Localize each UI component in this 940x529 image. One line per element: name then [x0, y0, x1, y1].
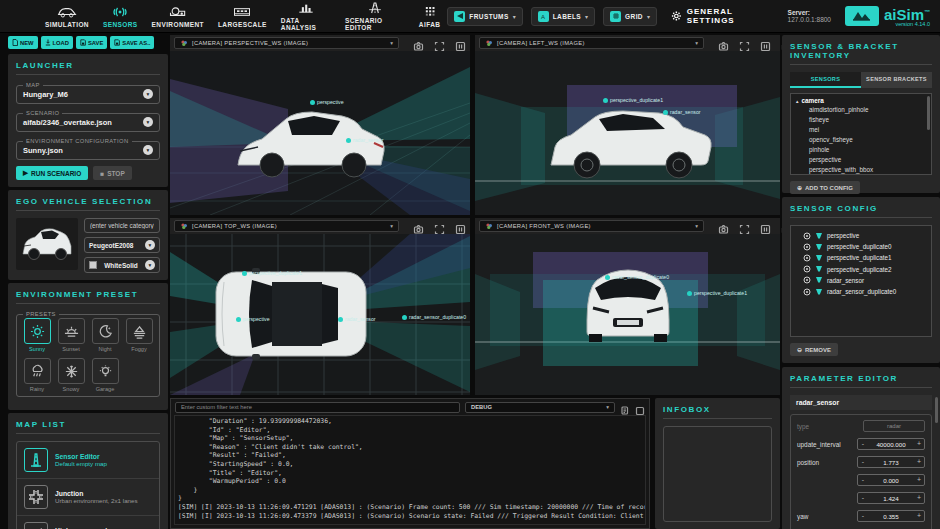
labels-toggle[interactable]: A LABELS ▾ — [531, 7, 595, 26]
screenshot-icon[interactable] — [718, 221, 729, 232]
top-render[interactable]: perspective_duplicate1 perspective radar… — [170, 234, 470, 395]
vehicle-color-select[interactable]: WhiteSolid ▾ — [84, 257, 160, 273]
fullscreen-icon[interactable] — [434, 221, 445, 232]
selected-sensor-header[interactable]: radar_sensor — [790, 395, 932, 410]
rgb-camera-icon — [485, 39, 493, 47]
perspective-render[interactable]: perspective radar_sensor — [170, 51, 470, 215]
pause-icon[interactable] — [760, 38, 771, 49]
nav-aifab[interactable]: AIFAB — [412, 3, 448, 30]
general-settings-button[interactable]: GENERAL SETTINGS — [671, 7, 774, 25]
fullscreen-icon[interactable] — [434, 38, 445, 49]
camera-source-select[interactable]: [CAMERA] FRONT_WS (IMAGE) ▾ — [479, 220, 704, 232]
screenshot-icon[interactable] — [413, 221, 424, 232]
front-render[interactable]: radar_sensor_duplicate0 perspective_dupl… — [475, 234, 780, 395]
highway-curved-map-icon — [24, 522, 48, 529]
tree-item[interactable]: aimdistortion_pinhole — [795, 104, 927, 114]
decrement-button[interactable]: - — [858, 439, 868, 449]
log-output[interactable]: "Duration" : 19.939999984472036, "Id" : … — [174, 415, 646, 525]
nav-environment[interactable]: ENVIRONMENT — [145, 3, 211, 30]
update-interval-stepper[interactable]: - 40000.000 + — [857, 438, 925, 450]
log-filter-input[interactable] — [175, 402, 460, 413]
load-button[interactable]: LOAD — [41, 36, 73, 49]
run-scenario-button[interactable]: ▶RUN SCENARIO — [16, 166, 88, 180]
decrement-button[interactable]: - — [858, 475, 868, 485]
new-button[interactable]: NEW — [8, 36, 38, 49]
tree-item[interactable]: perspective_with_bbox — [795, 164, 927, 174]
config-item[interactable]: perspective — [795, 230, 927, 241]
yaw-stepper[interactable]: - 0.355 + — [857, 510, 925, 522]
left-render[interactable]: perspective_duplicate1 radar_sensor — [475, 51, 780, 215]
preset-rainy[interactable]: Rainy — [23, 358, 51, 392]
increment-button[interactable]: + — [914, 493, 924, 503]
preset-night[interactable]: Night — [91, 318, 119, 352]
pause-icon[interactable] — [455, 38, 466, 49]
preset-sunset[interactable]: Sunset — [57, 318, 85, 352]
tab-sensors[interactable]: SENSORS — [790, 72, 861, 88]
tree-item[interactable]: opencv_fisheye — [795, 134, 927, 144]
config-item[interactable]: radar_sensor_duplicate0 — [795, 286, 927, 297]
stop-button[interactable]: ■STOP — [93, 166, 132, 180]
increment-button[interactable]: + — [914, 475, 924, 485]
increment-button[interactable]: + — [914, 457, 924, 467]
pause-icon[interactable] — [455, 221, 466, 232]
tree-item[interactable]: fisheye — [795, 114, 927, 124]
vehicle-category-input[interactable] — [84, 218, 160, 233]
position-x-stepper[interactable]: - 1.773 + — [857, 456, 925, 468]
preset-snowy[interactable]: Snowy — [57, 358, 85, 392]
preset-garage[interactable]: Garage — [91, 358, 119, 392]
map-select[interactable]: Hungary_M6 ▾ — [23, 89, 153, 99]
moon-icon — [98, 324, 113, 339]
config-item[interactable]: perspective_duplicate2 — [795, 264, 927, 275]
config-item[interactable]: perspective_duplicate1 — [795, 252, 927, 263]
increment-button[interactable]: + — [914, 439, 924, 449]
nav-data-analysis[interactable]: DATA ANALYSIS — [274, 0, 338, 33]
map-item-junction[interactable]: Junction Urban environment, 2x1 lanes — [17, 479, 159, 516]
tree-group-camera[interactable]: ▲camera — [795, 97, 927, 104]
nav-simulation[interactable]: SIMULATION — [38, 3, 96, 30]
scenario-select[interactable]: aifab/2346_overtake.json ▾ — [23, 117, 153, 127]
camera-source-select[interactable]: [CAMERA] TOP_WS (IMAGE) ▾ — [174, 220, 399, 232]
camera-source-select[interactable]: [CAMERA] PERSPECTIVE_WS (IMAGE) ▾ — [174, 37, 399, 49]
frustums-toggle[interactable]: FRUSTUMS ▾ — [447, 7, 522, 26]
map-item-sensor-editor[interactable]: Sensor Editor Default empty map — [17, 442, 159, 479]
tree-scrollbar[interactable] — [927, 96, 930, 130]
clear-log-icon[interactable] — [635, 402, 645, 412]
config-item[interactable]: radar_sensor — [795, 275, 927, 286]
fullscreen-icon[interactable] — [739, 38, 750, 49]
save-as-button[interactable]: SAVE AS.. — [110, 36, 154, 49]
nav-scenario-editor[interactable]: SCENARIO EDITOR — [338, 0, 412, 33]
increment-button[interactable]: + — [914, 511, 924, 521]
add-to-config-button[interactable]: ⊕ADD TO CONFIG — [790, 181, 860, 194]
nav-sensors[interactable]: SENSORS — [96, 3, 145, 30]
tree-item[interactable]: perspective_with_lane — [795, 174, 927, 175]
camera-source-select[interactable]: [CAMERA] LEFT_WS (IMAGE) ▾ — [479, 37, 704, 49]
screenshot-icon[interactable] — [718, 38, 729, 49]
pause-icon[interactable] — [760, 221, 771, 232]
position-z-stepper[interactable]: - 1.424 + — [857, 492, 925, 504]
fullscreen-icon[interactable] — [739, 221, 750, 232]
screenshot-icon[interactable] — [413, 38, 424, 49]
decrement-button[interactable]: - — [858, 493, 868, 503]
tree-item[interactable]: mei — [795, 124, 927, 134]
sensor-tree[interactable]: ▲camera aimdistortion_pinhole fisheye me… — [790, 93, 932, 175]
grid-toggle[interactable]: GRID ▾ — [603, 7, 657, 26]
environment-config-select[interactable]: Sunny.json ▾ — [23, 145, 153, 155]
nav-largescale[interactable]: LARGESCALE — [211, 3, 274, 30]
parameter-scrollbar[interactable] — [935, 397, 938, 423]
position-y-stepper[interactable]: - 0.000 + — [857, 474, 925, 486]
log-level-select[interactable]: DEBUG ▾ — [465, 402, 615, 413]
preset-foggy[interactable]: Foggy — [125, 318, 153, 352]
preset-sunny[interactable]: Sunny — [23, 318, 51, 352]
decrement-button[interactable]: - — [858, 457, 868, 467]
sensor-config-list[interactable]: perspective perspective_duplicate0 persp… — [790, 225, 932, 337]
map-item-highway-curved[interactable]: Highway curved 300m radius, 2x3 lanes — [17, 516, 159, 529]
tree-item[interactable]: perspective — [795, 154, 927, 164]
save-button[interactable]: SAVE — [76, 36, 107, 49]
copy-log-icon[interactable] — [620, 402, 630, 412]
tab-sensor-brackets[interactable]: SENSOR BRACKETS — [861, 72, 932, 88]
decrement-button[interactable]: - — [858, 511, 868, 521]
vehicle-model-select[interactable]: PeugeotE2008 ▾ — [84, 237, 160, 253]
tree-item[interactable]: pinhole — [795, 144, 927, 154]
remove-button[interactable]: ⊖REMOVE — [790, 343, 838, 356]
config-item[interactable]: perspective_duplicate0 — [795, 241, 927, 252]
